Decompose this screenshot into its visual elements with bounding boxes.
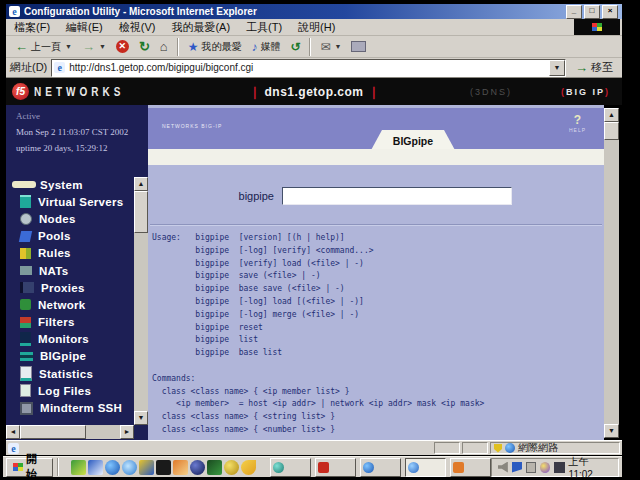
content-vertical-scrollbar[interactable]: ▲ ▼	[604, 108, 619, 438]
system-uptime: uptime 20 days, 15:29:12	[16, 143, 148, 153]
task-button[interactable]	[360, 458, 401, 477]
sidebar-item-filters[interactable]: Filters	[6, 314, 134, 331]
quick-launch-icon[interactable]	[88, 460, 103, 475]
bigpipe-command-input[interactable]	[282, 187, 512, 205]
quick-launch-icon[interactable]	[105, 460, 120, 475]
internet-zone-label: 網際網路	[518, 441, 558, 455]
history-button[interactable]: ↺	[285, 37, 305, 57]
document-icon: e	[8, 443, 19, 454]
home-button[interactable]: ⌂	[155, 37, 173, 57]
task-button[interactable]	[315, 458, 356, 477]
sidebar-item-pools[interactable]: Pools	[6, 228, 134, 245]
menu-edit[interactable]: 編輯(E)	[58, 20, 111, 35]
rules-icon	[20, 248, 31, 259]
bigpipe-input-label: bigpipe	[148, 190, 282, 202]
scroll-right-icon[interactable]: ►	[120, 425, 134, 439]
sidebar-horizontal-scrollbar[interactable]: ◄ ►	[6, 425, 134, 439]
menu-tools[interactable]: 工具(T)	[238, 20, 290, 35]
nats-icon	[20, 266, 32, 275]
sidebar-item-log-files[interactable]: Log Files	[6, 382, 134, 399]
refresh-button[interactable]: ↻	[134, 37, 155, 57]
task-button[interactable]	[270, 458, 311, 477]
quick-launch-icon[interactable]	[224, 460, 239, 475]
menu-help[interactable]: 說明(H)	[290, 20, 343, 35]
forward-dropdown-icon[interactable]: ▼	[99, 43, 106, 50]
favorites-star-icon: ★	[188, 40, 199, 54]
task-button[interactable]	[450, 458, 491, 477]
menu-favorites[interactable]: 我的最愛(A)	[163, 20, 238, 35]
scroll-left-icon[interactable]: ◄	[6, 425, 20, 439]
quick-launch-icon[interactable]	[190, 460, 205, 475]
sidebar-item-mindterm-ssh[interactable]: Mindterm SSH	[6, 399, 134, 416]
menu-file[interactable]: 檔案(F)	[6, 20, 58, 35]
print-button[interactable]	[346, 37, 371, 57]
favorites-button[interactable]: ★ 我的最愛	[183, 37, 247, 57]
help-button[interactable]: ? HELP	[569, 113, 586, 133]
hostname-right-bracket: ❘	[369, 85, 379, 99]
sidebar-item-nodes[interactable]: Nodes	[6, 210, 134, 227]
address-dropdown-icon[interactable]: ▼	[549, 60, 565, 76]
sidebar-menu: System Virtual Servers Nodes Pools Rules…	[6, 176, 134, 417]
task-buttons	[270, 458, 491, 477]
start-button[interactable]: 開始	[6, 458, 53, 477]
product-3dns-label[interactable]: (3DNS)	[470, 87, 512, 97]
hostname-left-bracket: ❘	[249, 85, 259, 99]
scroll-down-icon[interactable]: ▼	[604, 424, 619, 438]
back-arrow-icon: ←	[15, 39, 28, 54]
sidebar-item-monitors[interactable]: Monitors	[6, 331, 134, 348]
menu-view[interactable]: 檢視(V)	[111, 20, 164, 35]
window-title: Configuration Utility - Microsoft Intern…	[24, 6, 257, 17]
address-label: 網址(D)	[10, 60, 47, 75]
mindterm-ssh-icon	[20, 402, 33, 415]
sidebar-item-network[interactable]: Network	[6, 296, 134, 313]
stop-button[interactable]: ✕	[111, 37, 134, 57]
back-button[interactable]: ← 上一頁 ▼	[10, 37, 77, 57]
product-bigip-label[interactable]: (BIG IP)	[561, 87, 610, 97]
media-button[interactable]: ♪ 媒體	[246, 37, 285, 57]
sidebar-item-virtual-servers[interactable]: Virtual Servers	[6, 193, 134, 210]
sidebar-vertical-scrollbar[interactable]: ▲ ▼	[134, 177, 148, 425]
speaker-icon[interactable]	[498, 462, 508, 473]
sidebar-item-rules[interactable]: Rules	[6, 245, 134, 262]
navigation-sidebar: Active Mon Sep 2 11:03:07 CST 2002 uptim…	[6, 105, 148, 440]
quick-launch-icon[interactable]	[139, 460, 154, 475]
go-button[interactable]: → 移至	[570, 58, 618, 78]
maximize-button[interactable]: □	[584, 5, 600, 19]
taskbar-clock[interactable]: 上午 11:02	[569, 455, 612, 480]
sidebar-item-system[interactable]: System	[6, 176, 134, 193]
sidebar-item-proxies[interactable]: Proxies	[6, 279, 134, 296]
bigpipe-icon	[20, 352, 33, 361]
task-button-active[interactable]	[405, 458, 446, 477]
update-icon[interactable]	[540, 462, 550, 473]
scroll-up-icon[interactable]: ▲	[134, 177, 148, 191]
forward-button[interactable]: → ▼	[77, 37, 111, 57]
browser-toolbar: ← 上一頁 ▼ → ▼ ✕ ↻ ⌂ ★ 我的最愛 ♪ 媒體 ↺	[6, 36, 622, 58]
ie-throbber	[574, 19, 620, 35]
quick-launch-icon[interactable]	[207, 460, 222, 475]
scrollbar-thumb[interactable]	[604, 122, 619, 140]
scroll-down-icon[interactable]: ▼	[134, 411, 148, 425]
mail-button[interactable]: ✉ ▼	[315, 37, 346, 57]
quick-launch-icon[interactable]	[156, 460, 171, 475]
quick-launch-icon[interactable]	[71, 460, 86, 475]
sidebar-item-bigpipe[interactable]: BIGpipe	[6, 348, 134, 365]
scrollbar-thumb[interactable]	[134, 191, 148, 233]
back-dropdown-icon[interactable]: ▼	[65, 43, 72, 50]
quick-launch-icon[interactable]	[122, 460, 137, 475]
display-icon[interactable]	[526, 462, 536, 473]
close-button[interactable]: ×	[602, 5, 618, 19]
address-input[interactable]: e http://dns1.getop.com/bigipgui/bigconf…	[51, 59, 566, 77]
media-note-icon: ♪	[251, 40, 257, 54]
scrollbar-thumb[interactable]	[20, 425, 86, 439]
window-titlebar[interactable]: e Configuration Utility - Microsoft Inte…	[6, 4, 622, 19]
sidebar-item-statistics[interactable]: Statistics	[6, 365, 134, 382]
security-agent-icon[interactable]	[554, 462, 564, 473]
quick-launch-icon[interactable]	[241, 460, 256, 475]
sidebar-item-nats[interactable]: NATs	[6, 262, 134, 279]
minimize-button[interactable]: _	[566, 5, 582, 19]
quick-launch-icon[interactable]	[173, 460, 188, 475]
mail-dropdown-icon[interactable]: ▼	[335, 43, 342, 50]
go-arrow-icon: →	[575, 60, 588, 75]
messenger-icon[interactable]	[512, 462, 522, 473]
scroll-up-icon[interactable]: ▲	[604, 108, 619, 122]
